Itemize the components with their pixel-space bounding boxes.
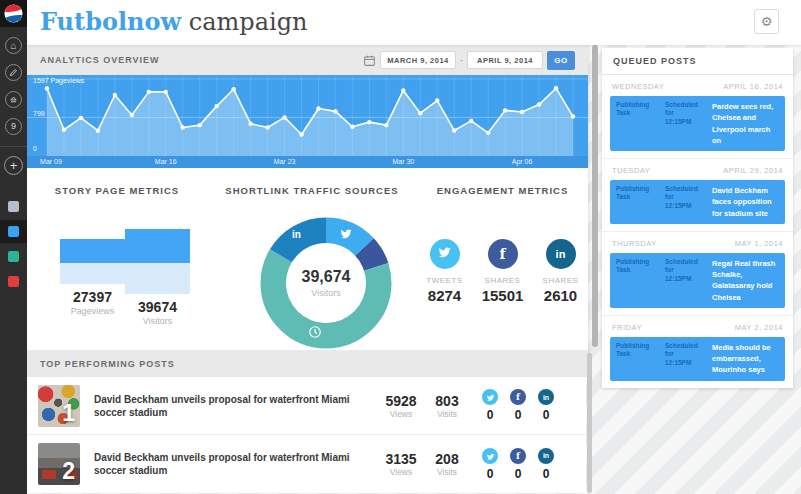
- li-shares-value: 2610: [544, 287, 577, 304]
- campaign-swatch-blue[interactable]: [0, 220, 27, 243]
- queued-posts-title: QUEUED POSTS: [602, 48, 793, 75]
- engagement-metrics: ENGAGEMENT METRICS TWEETS 8274 f SHARES …: [417, 168, 588, 350]
- schedule-time: 12:15PM: [665, 118, 707, 126]
- campaign-swatch-red[interactable]: [0, 270, 27, 293]
- pageviews-area-chart: [27, 75, 588, 168]
- visits-label: Visits: [424, 467, 470, 477]
- post-headline: David Beckham faces opposition for stadi…: [712, 185, 779, 219]
- twitter-icon[interactable]: [482, 389, 498, 405]
- linkedin-segment-icon: in: [292, 229, 301, 240]
- schedule-label: Scheduled for: [665, 258, 707, 275]
- queued-day-row: FRIDAY MAY 2, 2014: [612, 323, 783, 332]
- queued-group-wednesday: WEDNESDAY APRIL 16, 2014 Publishing Task…: [602, 75, 793, 159]
- x-tick-label: Mar 09: [40, 158, 62, 165]
- plus-icon: +: [10, 158, 18, 173]
- blue-swatch-icon: [8, 226, 19, 237]
- schedule-label: Scheduled for: [665, 101, 707, 118]
- sidebar-divider: [0, 146, 27, 147]
- rank-badge: 1: [62, 400, 75, 427]
- main-scrollbar[interactable]: [592, 45, 598, 347]
- go-button[interactable]: GO: [547, 51, 575, 70]
- schedule-label: Scheduled for: [665, 342, 707, 359]
- history-icon: 9: [11, 122, 16, 131]
- post-thumbnail: 2: [38, 443, 80, 485]
- rank-badge: 2: [62, 458, 75, 485]
- twitter-icon[interactable]: [430, 239, 460, 269]
- post-title[interactable]: David Beckham unveils proposal for water…: [94, 451, 370, 477]
- campaign-name: Futbolnow: [40, 7, 181, 36]
- shortlink-traffic-sources: SHORTLINK TRAFFIC SOURCES in 39,674 Visi…: [207, 168, 417, 350]
- post-row-2[interactable]: 2 David Beckham unveils proposal for wat…: [27, 435, 586, 493]
- traffic-donut-chart[interactable]: in 39,674 Visitors: [259, 216, 393, 350]
- facebook-icon[interactable]: f: [488, 239, 518, 269]
- top-posts-title: TOP PERFORMING POSTS: [40, 359, 175, 369]
- visitors-value: 39674: [125, 299, 190, 315]
- queued-posts-panel: QUEUED POSTS WEDNESDAY APRIL 16, 2014 Pu…: [602, 48, 793, 388]
- queued-post-card[interactable]: Publishing Task Scheduled for 12:15PM Me…: [610, 337, 785, 381]
- x-tick-label: Apr 06: [512, 158, 533, 165]
- queued-day-row: THURSDAY MAY 1, 2014: [612, 239, 783, 248]
- queued-group-thursday: THURSDAY MAY 1, 2014 Publishing Task Sch…: [602, 232, 793, 316]
- date-from-input[interactable]: [380, 51, 456, 69]
- queued-post-card[interactable]: Publishing Task Scheduled for 12:15PM Pa…: [610, 96, 785, 151]
- facebook-icon[interactable]: f: [510, 448, 526, 464]
- direct-clock-icon: [308, 325, 322, 339]
- post-visits: 803 Visits: [424, 393, 470, 419]
- add-campaign-button[interactable]: +: [4, 156, 23, 175]
- pageviews-value: 27397: [60, 289, 125, 305]
- donut-visitors-label: Visitors: [311, 288, 340, 298]
- facebook-icon[interactable]: f: [510, 389, 526, 405]
- date-range-separator: -: [460, 55, 463, 65]
- history-button[interactable]: 9: [5, 118, 22, 135]
- x-tick-label: Mar 16: [155, 158, 177, 165]
- facebook-count-value: 0: [515, 408, 522, 422]
- calendar-icon[interactable]: [363, 54, 376, 67]
- twitter-icon[interactable]: [482, 448, 498, 464]
- views-value: 3135: [378, 451, 424, 467]
- sidebar: ⌂ 9 +: [0, 0, 27, 494]
- post-headline: Media should be embarrassed, Mourinho sa…: [712, 342, 779, 376]
- metrics-row: STORY PAGE METRICS 27397 Pageviews 39674…: [27, 168, 588, 350]
- post-views: 3135 Views: [378, 451, 424, 477]
- pageviews-chart[interactable]: 1597 Pageviews 799 0 Mar 09Mar 16Mar 23M…: [27, 75, 588, 168]
- schedule-time: 12:15PM: [665, 202, 707, 210]
- post-row-1[interactable]: 1 David Beckham unveils proposal for wat…: [27, 377, 586, 435]
- settings-button[interactable]: ⚙: [754, 9, 779, 34]
- engagement-items: TWEETS 8274 f SHARES 15501 in SHARES 261…: [417, 239, 588, 304]
- page-title: Futbolnow campaign: [40, 7, 308, 36]
- visitors-bar[interactable]: 39674 Visitors: [125, 229, 190, 326]
- linkedin-icon[interactable]: in: [538, 448, 554, 464]
- pageviews-label: Pageviews: [60, 306, 125, 316]
- pepsi-logo[interactable]: [0, 0, 27, 27]
- linkedin-icon[interactable]: in: [538, 389, 554, 405]
- post-social-counts: 0 f 0 in 0: [476, 448, 560, 481]
- pageviews-bar[interactable]: 27397 Pageviews: [60, 239, 125, 316]
- traffic-title: SHORTLINK TRAFFIC SOURCES: [207, 168, 417, 196]
- queued-post-card[interactable]: Publishing Task Scheduled for 12:15PM Da…: [610, 180, 785, 224]
- task-type: Publishing Task: [616, 258, 660, 303]
- post-title[interactable]: David Beckham unveils proposal for water…: [94, 393, 370, 419]
- visits-label: Visits: [424, 409, 470, 419]
- schedule-time: 12:15PM: [665, 359, 707, 367]
- campaign-swatch-green[interactable]: [0, 245, 27, 268]
- campaign-swatch-grey[interactable]: [0, 195, 27, 218]
- green-swatch-icon: [8, 251, 19, 262]
- queued-group-tuesday: TUESDAY APRIL 29, 2014 Publishing Task S…: [602, 159, 793, 232]
- twitter-count-value: 0: [487, 408, 494, 422]
- posts-scrollbar[interactable]: [587, 353, 592, 493]
- edit-button[interactable]: [5, 64, 22, 81]
- y-tick-max: 1597 Pageviews: [33, 77, 84, 84]
- top-posts-bar: TOP PERFORMING POSTS: [27, 350, 588, 377]
- day-label: TUESDAY: [612, 166, 650, 175]
- story-page-metrics: STORY PAGE METRICS 27397 Pageviews 39674…: [27, 168, 207, 350]
- analytics-overview-bar: ANALYTICS OVERVIEW - GO: [27, 45, 588, 75]
- queued-post-card[interactable]: Publishing Task Scheduled for 12:15PM Re…: [610, 253, 785, 308]
- story-metrics-bars: 27397 Pageviews 39674 Visitors: [60, 196, 190, 336]
- queued-day-row: TUESDAY APRIL 29, 2014: [612, 166, 783, 175]
- date-to-input[interactable]: [467, 51, 543, 69]
- linkedin-icon[interactable]: in: [546, 239, 576, 269]
- eject-button[interactable]: [5, 91, 22, 108]
- home-button[interactable]: ⌂: [5, 37, 22, 54]
- linkedin-count: in 0: [532, 389, 560, 422]
- twitter-count: 0: [476, 389, 504, 422]
